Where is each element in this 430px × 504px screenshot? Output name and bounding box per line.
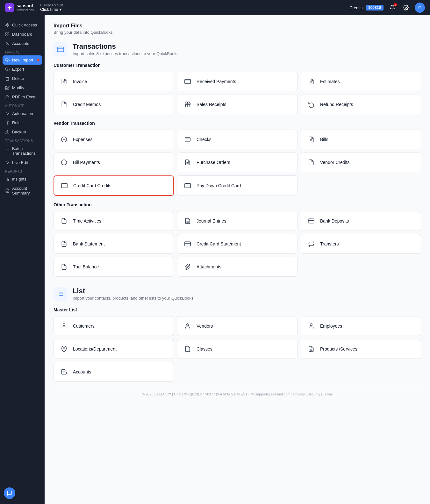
trial-balance-label: Trial Balance	[73, 264, 99, 269]
expenses-icon	[59, 134, 69, 145]
transactions-hero: Transactions Import sales & expenses tra…	[54, 42, 421, 56]
list-desc: Import your contacts, products, and othe…	[73, 296, 195, 301]
transactions-heading: Transactions	[73, 42, 180, 51]
sidebar-item-automation[interactable]: Automation	[0, 109, 45, 118]
card-received-payments[interactable]: Received Payments	[177, 72, 297, 91]
journal-entries-icon	[183, 216, 193, 226]
classes-label: Classes	[197, 346, 212, 351]
card-bank-deposits[interactable]: Bank Deposits	[301, 211, 421, 231]
customer-cards-grid: Invoice Received Payments Estimates Cred…	[54, 72, 421, 114]
current-account-label: Current Account	[40, 4, 63, 7]
logo-name: saasant	[17, 4, 34, 8]
credit-card-statement-label: Credit Card Statement	[197, 241, 241, 246]
svg-rect-6	[8, 35, 9, 36]
card-bill-payments[interactable]: Bill Payments	[54, 153, 174, 172]
sidebar-item-quick-access[interactable]: Quick Access	[0, 20, 45, 30]
card-credit-card-statement[interactable]: Credit Card Statement	[177, 234, 297, 254]
checks-icon	[183, 134, 193, 145]
card-vendors[interactable]: Vendors	[177, 316, 297, 336]
card-refund-receipts[interactable]: Refund Receipts	[301, 95, 421, 114]
sidebar-item-accounts[interactable]: Accounts	[0, 39, 45, 48]
checks-label: Checks	[197, 137, 211, 142]
sidebar-item-delete[interactable]: Delete	[0, 74, 45, 83]
user-avatar[interactable]: C	[415, 3, 425, 13]
bank-statement-label: Bank Statement	[73, 241, 105, 246]
svg-point-66	[310, 324, 312, 326]
sidebar-item-batch-transactions[interactable]: Batch Transactions	[0, 144, 45, 158]
bank-deposits-icon	[306, 216, 316, 226]
estimates-icon	[306, 76, 316, 87]
card-credit-memos[interactable]: Credit Memos	[54, 95, 174, 114]
card-classes[interactable]: Classes	[177, 339, 297, 359]
pay-down-credit-card-icon	[183, 181, 193, 191]
sidebar-item-rule[interactable]: Rule	[0, 118, 45, 127]
card-invoice[interactable]: Invoice	[54, 72, 174, 91]
logo-subtitle: transactions	[17, 8, 34, 12]
received-payments-label: Received Payments	[197, 79, 236, 84]
svg-rect-5	[6, 35, 7, 36]
vendor-cards-grid: Expenses Checks Bills Bill Payments	[54, 130, 421, 196]
sidebar-item-pdf-to-excel[interactable]: PDF to Excel	[0, 92, 45, 102]
card-journal-entries[interactable]: Journal Entries	[177, 211, 297, 231]
card-checks[interactable]: Checks	[177, 130, 297, 149]
card-locations-department[interactable]: Locations/Department	[54, 339, 174, 359]
credit-memos-label: Credit Memos	[73, 102, 101, 107]
purchase-orders-label: Purchase Orders	[197, 160, 230, 165]
card-estimates[interactable]: Estimates	[301, 72, 421, 91]
bank-statement-icon	[59, 239, 69, 249]
credits-count: 100810	[366, 5, 383, 11]
sidebar-item-account-summary[interactable]: Account Summary	[0, 184, 45, 198]
card-products-services[interactable]: Products /Services	[301, 339, 421, 359]
card-bills[interactable]: Bills	[301, 130, 421, 149]
sales-receipts-label: Sales Receipts	[197, 102, 226, 107]
vendor-credits-icon	[306, 157, 316, 167]
sidebar-item-export[interactable]: Export	[0, 65, 45, 74]
current-account: Current Account ClickTime ▾	[40, 4, 63, 12]
page-header: Import Files Bring your data into QuickB…	[54, 23, 421, 35]
products-services-icon	[306, 344, 316, 354]
svg-point-11	[7, 122, 8, 124]
sidebar-item-modify[interactable]: Modify	[0, 83, 45, 92]
notification-button[interactable]: 2	[388, 3, 397, 12]
card-customers[interactable]: Customers	[54, 316, 174, 336]
sidebar-item-new-import[interactable]: New Import	[3, 55, 42, 65]
list-section: List Import your contacts, products, and…	[54, 287, 421, 382]
card-vendor-credits[interactable]: Vendor Credits	[301, 153, 421, 172]
card-bank-statement[interactable]: Bank Statement	[54, 234, 174, 254]
other-section-label: Other Transaction	[54, 202, 421, 207]
current-account-name[interactable]: ClickTime ▾	[40, 7, 63, 12]
card-transfers[interactable]: Transfers	[301, 234, 421, 254]
trial-balance-icon	[59, 262, 69, 272]
automate-section-label: AUTOMATE	[0, 102, 45, 109]
logo[interactable]: saasant transactions	[5, 3, 34, 12]
journal-entries-label: Journal Entries	[197, 218, 226, 224]
page-title: Import Files	[54, 23, 421, 29]
sidebar-item-backup[interactable]: Backup	[0, 127, 45, 137]
sidebar-item-insights[interactable]: Insights	[0, 174, 45, 184]
customers-icon	[59, 321, 69, 331]
sidebar-item-live-edit[interactable]: Live Edit	[0, 158, 45, 167]
card-accounts-list[interactable]: Accounts	[54, 362, 174, 382]
card-credit-card-credits[interactable]: Credit Card Credits	[54, 175, 174, 196]
locations-department-icon	[59, 344, 69, 354]
bank-deposits-label: Bank Deposits	[320, 218, 349, 224]
logo-icon	[5, 3, 14, 12]
chat-button[interactable]	[4, 487, 15, 499]
svg-marker-2	[6, 23, 9, 27]
card-trial-balance[interactable]: Trial Balance	[54, 257, 174, 277]
card-employees[interactable]: Employees	[301, 316, 421, 336]
sidebar-item-dashboard[interactable]: Dashboard	[0, 30, 45, 39]
svg-point-1	[405, 7, 407, 9]
card-expenses[interactable]: Expenses	[54, 130, 174, 149]
vendors-icon	[183, 321, 193, 331]
transfers-icon	[306, 239, 316, 249]
svg-point-7	[7, 42, 8, 43]
svg-rect-25	[57, 47, 64, 52]
card-time-activities[interactable]: Time Activities	[54, 211, 174, 231]
list-icon	[54, 287, 68, 301]
card-pay-down-credit-card[interactable]: Pay Down Credit Card	[177, 175, 297, 196]
card-attachments[interactable]: Attachments	[177, 257, 297, 277]
settings-button[interactable]	[401, 3, 410, 12]
card-sales-receipts[interactable]: Sales Receipts	[177, 95, 297, 114]
card-purchase-orders[interactable]: Purchase Orders	[177, 153, 297, 172]
